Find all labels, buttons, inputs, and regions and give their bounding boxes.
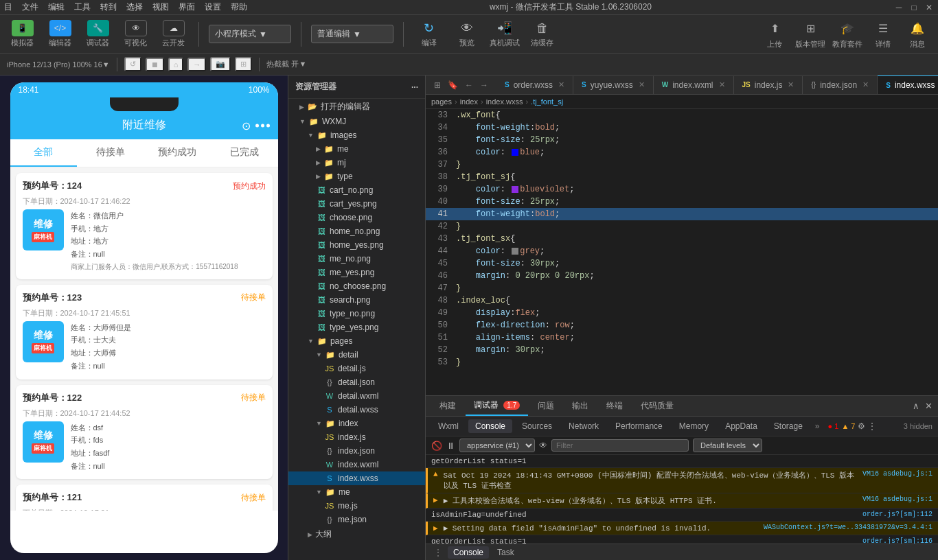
filetree-me-folder[interactable]: ▶ 📁 me [288,142,425,156]
forward-nav-icon[interactable]: → [477,78,491,93]
filter-input[interactable] [551,439,689,452]
phone-content[interactable]: 预约单号：124 预约成功 下单日期：2024-10-17 21:46:22 维… [10,167,278,511]
filetree-me-yes[interactable]: 🖼 me_yes.png [288,266,425,279]
compile-button[interactable]: ↻ 编译 [413,20,444,48]
tab-index-wxml[interactable]: W index.wxml ✕ [654,76,734,94]
order-card-123[interactable]: 预约单号：123 待接单 下单日期：2024-10-17 21:45:51 维修… [16,285,273,380]
filetree-search[interactable]: 🖼 search.png [288,293,425,307]
breadcrumb-index[interactable]: index [460,97,478,106]
console-source-4[interactable]: WASubContext.js?t=we..334381972&v=3.4.4:… [764,524,933,531]
maximize-button[interactable]: □ [909,3,919,12]
bottom-tab-quality[interactable]: 代码质量 [632,397,682,415]
bottom-tab-build[interactable]: 构建 [431,397,464,415]
close-button[interactable]: ✕ [924,3,934,12]
devtool-network[interactable]: Network [562,419,606,433]
breadcrumb-selector[interactable]: .tj_font_sj [531,97,563,106]
simulator-button[interactable]: 📱 模拟器 [7,20,38,48]
devtool-storage[interactable]: Storage [767,419,810,433]
devtool-memory[interactable]: Memory [672,419,716,433]
tab-order-wxss[interactable]: S order.wxss ✕ [496,76,573,94]
devtool-wxml[interactable]: Wxml [431,419,466,433]
filetree-root[interactable]: ▼ 📁 WXMJ [288,115,425,128]
menu-item-settings[interactable]: 界面 [179,1,195,13]
menu-item-view[interactable]: 选择 [126,1,143,13]
menu-item-select[interactable]: 转到 [100,1,117,13]
order-card-121[interactable]: 预约单号：121 待接单 下单日期：2024-10-17 21:... [16,485,273,511]
filetree-detail-js[interactable]: JS detail.js [288,362,425,375]
pause-icon[interactable]: ⏸ [446,441,455,451]
bottom-tab-problems[interactable]: 问题 [529,397,562,415]
mode-dropdown[interactable]: 小程序模式 ▼ [209,25,291,43]
menu-item-file[interactable]: 目 [4,1,12,13]
filetree-index-js[interactable]: JS index.js [288,430,425,444]
breadcrumb-file[interactable]: index.wxss [486,97,523,106]
rotate-button[interactable]: ↺ [124,57,141,71]
message-button[interactable]: 🔔 消息 [904,19,931,49]
hotkey-button[interactable]: 热截截 开▼ [266,59,306,69]
task-mini-tab[interactable]: Task [492,546,520,559]
filetree-type-no[interactable]: 🖼 type_no.png [288,307,425,320]
filetree-index-wxss[interactable]: S index.wxss [288,471,425,485]
tab-all[interactable]: 全部 [10,139,78,167]
expand-button[interactable]: ⊞ [235,57,252,71]
home-button[interactable]: ⌂ [168,58,184,71]
back-icon[interactable]: ← [462,78,476,93]
console-source-5[interactable]: order.js?[sm]:116 [862,537,933,544]
upload-button[interactable]: ⬆ 上传 [761,19,788,49]
tab-index-json[interactable]: {} index.json ✕ [803,76,878,94]
filetree-detail-wxml[interactable]: W detail.wxml [288,389,425,403]
breadcrumb-pages[interactable]: pages [431,97,452,106]
filetree-more-icon[interactable]: ··· [411,82,418,92]
menu-item-edit[interactable]: 文件 [22,1,38,13]
console-source-3[interactable]: order.js?[sm]:112 [862,511,933,518]
bottom-tab-output[interactable]: 输出 [564,397,597,415]
clean-button[interactable]: 🗑 清缓存 [527,20,558,48]
console-mini-tab[interactable]: Console [448,546,489,559]
panel-close-button[interactable]: ✕ [925,401,933,411]
tab-yuyue-wxss[interactable]: S yuyue.wxss ✕ [573,76,654,94]
split-icon[interactable]: ⊞ [431,78,444,93]
eye-icon[interactable]: 👁 [539,441,547,450]
preview-button[interactable]: 👁 预览 [451,20,482,48]
filetree-no-choose[interactable]: 🖼 no_choose.png [288,279,425,293]
devtools-menu-icon[interactable]: ⋮ [431,546,445,559]
tab-index-js[interactable]: JS index.js ✕ [734,76,803,94]
filetree-index-json[interactable]: {} index.json [288,444,425,458]
details-button[interactable]: ☰ 详情 [869,19,897,49]
menu-item-tools[interactable]: 编辑 [48,1,65,13]
levels-select[interactable]: Default levels [693,439,762,452]
tab-index-wxss[interactable]: S index.wxss ✕ [878,75,938,94]
edit-mode-dropdown[interactable]: 普通编辑 ▼ [311,25,393,43]
filetree-cart-yes[interactable]: 🖼 cart_yes.png [288,197,425,211]
menu-item-goto[interactable]: 工具 [74,1,91,13]
filetree-choose[interactable]: 🖼 choose.png [288,211,425,224]
bottom-tab-debugger[interactable]: 调试器 1.7 [466,396,528,416]
debugger-button[interactable]: 🔧 调试器 [82,20,113,48]
filetree-detail[interactable]: ▼ 📁 detail [288,348,425,362]
panel-expand-button[interactable]: ∧ [913,401,919,411]
tab-done[interactable]: 已完成 [211,139,278,167]
visual-button[interactable]: 👁 可视化 [120,20,151,48]
filetree-index-wxml[interactable]: W index.wxml [288,458,425,471]
version-button[interactable]: ⊞ 版本管理 [795,19,825,49]
filetree-type-folder[interactable]: ▶ 📁 type [288,170,425,183]
filetree-home-yes[interactable]: 🖼 home_yes.png [288,238,425,252]
filetree-type-yes[interactable]: 🖼 type_yes.png [288,320,425,334]
filetree-me-pages[interactable]: ▼ 📁 me [288,485,425,499]
source-select[interactable]: appservice (#1) [459,439,535,452]
filetree-open-editors[interactable]: ▶ 📂 打开的编辑器 [288,99,425,115]
filetree-mj-folder[interactable]: ▶ 📁 mj [288,156,425,170]
tab-close-order[interactable]: ✕ [558,80,564,89]
order-card-122[interactable]: 预约单号：122 待接单 下单日期：2024-10-17 21:44:52 维修… [16,385,273,480]
tab-close-json[interactable]: ✕ [862,80,869,89]
console-output[interactable]: getOrderList status=1 ▲ Sat Oct 19 2024 … [426,455,938,544]
tab-booked[interactable]: 预约成功 [144,139,211,167]
tab-close-wxml[interactable]: ✕ [719,80,725,89]
devtool-console[interactable]: Console [468,419,512,433]
menu-item-help[interactable]: 设置 [205,1,221,13]
more-icon[interactable]: ⋮ [868,421,876,431]
filetree-me-no[interactable]: 🖼 me_no.png [288,252,425,266]
devtool-sources[interactable]: Sources [515,419,559,433]
filetree-outline[interactable]: ▶ 大纲 [288,526,425,542]
realtest-button[interactable]: 📲 真机调试 [489,20,520,48]
